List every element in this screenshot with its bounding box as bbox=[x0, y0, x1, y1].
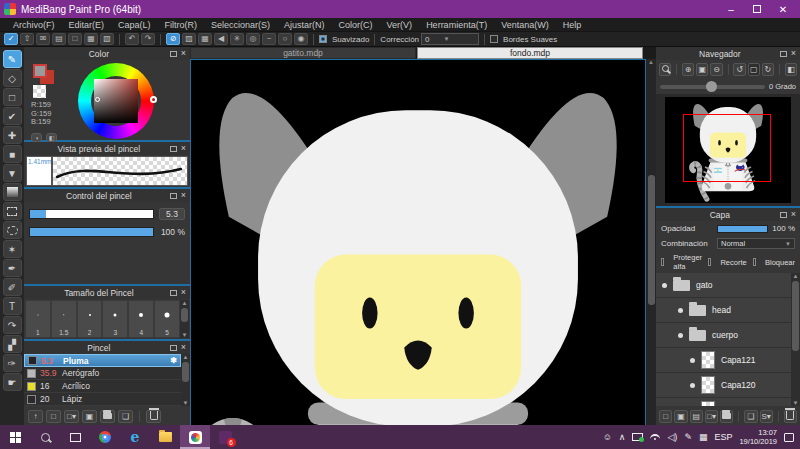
eyedropper-tool-icon[interactable]: ✑ bbox=[3, 354, 22, 372]
task-view-button[interactable] bbox=[60, 425, 90, 449]
snap-radial-icon[interactable]: ✳ bbox=[230, 33, 244, 45]
pen-settings-icon[interactable]: ✎ bbox=[684, 432, 692, 442]
layer-row-gato[interactable]: gato bbox=[656, 273, 791, 298]
zoom-actual-icon[interactable] bbox=[659, 63, 671, 76]
popout-icon[interactable] bbox=[170, 51, 177, 57]
popout-icon[interactable] bbox=[170, 193, 177, 199]
blend-mode-dropdown[interactable]: Normal▼ bbox=[717, 238, 795, 249]
operation-tool-icon[interactable]: ↷ bbox=[3, 316, 22, 334]
snap-parallel-icon[interactable]: ▨ bbox=[182, 33, 196, 45]
move-tool-icon[interactable]: ✚ bbox=[3, 126, 22, 144]
layer-row-cuerpo[interactable]: cuerpo bbox=[656, 323, 791, 348]
menu-color[interactable]: Color(C) bbox=[332, 20, 380, 30]
color-wheel[interactable] bbox=[78, 63, 156, 139]
snap-curve-icon[interactable]: ~ bbox=[262, 33, 276, 45]
close-panel-icon[interactable]: × bbox=[181, 343, 186, 352]
size-preset[interactable]: 5 bbox=[154, 300, 180, 338]
close-panel-icon[interactable]: × bbox=[181, 144, 186, 153]
rotation-slider-thumb[interactable] bbox=[706, 81, 717, 92]
layer-row-head[interactable]: head bbox=[656, 298, 791, 323]
brush-item-acrilico[interactable]: 16 Acrílico bbox=[24, 380, 181, 393]
frame-tool-icon[interactable]: □ bbox=[3, 88, 22, 106]
layer-list-scrollbar[interactable]: ▲▼ bbox=[791, 273, 800, 406]
menu-editar[interactable]: Editar(E) bbox=[62, 20, 112, 30]
popout-icon[interactable] bbox=[170, 345, 177, 351]
search-button[interactable] bbox=[30, 425, 60, 449]
brush-list-scrollbar[interactable]: ▲▼ bbox=[181, 354, 190, 406]
select-pen-tool-icon[interactable]: ✒ bbox=[3, 259, 22, 277]
menu-archivo[interactable]: Archivo(F) bbox=[6, 20, 62, 30]
new-folder-icon[interactable] bbox=[720, 410, 733, 423]
explorer-taskbar-icon[interactable] bbox=[150, 425, 180, 449]
navigator-thumbnail[interactable] bbox=[665, 97, 791, 203]
notification-app-icon[interactable]: 6 bbox=[210, 425, 240, 449]
canvas-vertical-scrollbar[interactable]: ▲▼ bbox=[646, 59, 656, 449]
menu-ver[interactable]: Ver(V) bbox=[380, 20, 420, 30]
suavizado-checkbox[interactable] bbox=[319, 35, 327, 43]
eraser-tool-icon[interactable]: ◇ bbox=[3, 69, 22, 87]
export-icon[interactable]: ⇧ bbox=[20, 33, 34, 45]
close-panel-icon[interactable]: × bbox=[791, 210, 796, 219]
brush-settings-icon[interactable]: ✱ bbox=[170, 356, 177, 365]
menu-help[interactable]: Help bbox=[556, 20, 589, 30]
grid-icon[interactable]: ▧ bbox=[100, 33, 114, 45]
delete-layer-icon[interactable] bbox=[784, 410, 797, 423]
popout-icon[interactable] bbox=[170, 146, 177, 152]
touch-keyboard-icon[interactable]: ▦ bbox=[699, 432, 708, 442]
saturation-square[interactable] bbox=[94, 79, 138, 123]
list-icon[interactable]: ▦ bbox=[84, 33, 98, 45]
add-1bit-layer-icon[interactable]: ▤ bbox=[690, 410, 703, 423]
save-icon[interactable]: ✓ bbox=[4, 33, 18, 45]
close-panel-icon[interactable]: × bbox=[181, 191, 186, 200]
canvas-viewport[interactable] bbox=[190, 59, 646, 449]
layer-visible-icon[interactable] bbox=[690, 383, 695, 388]
close-button[interactable]: ✕ bbox=[770, 0, 796, 18]
publish-icon[interactable]: ▤ bbox=[52, 33, 66, 45]
brush-folder-icon[interactable] bbox=[100, 410, 115, 423]
fit-window-icon[interactable]: ▣ bbox=[696, 63, 708, 76]
magic-wand-tool-icon[interactable]: ✶ bbox=[3, 240, 22, 258]
shape-tool-icon[interactable]: ■ bbox=[3, 145, 22, 163]
brush-item-aerografo[interactable]: 35.9 Aerógrafo bbox=[24, 367, 181, 380]
popout-icon[interactable] bbox=[780, 51, 787, 57]
add-layer-menu-icon[interactable]: □▾ bbox=[705, 410, 718, 423]
close-panel-icon[interactable]: × bbox=[791, 49, 796, 58]
size-panel-scrollbar[interactable]: ▲▼ bbox=[180, 300, 189, 338]
brush-size-slider[interactable] bbox=[29, 209, 154, 219]
brush-opacity-slider[interactable] bbox=[29, 227, 154, 237]
tab-fondo[interactable]: fondo.mdp bbox=[417, 47, 643, 59]
start-button[interactable] bbox=[0, 425, 30, 449]
document-icon[interactable]: □ bbox=[68, 33, 82, 45]
snap-tool-icon[interactable]: ✔ bbox=[3, 107, 22, 125]
lock-checkbox[interactable] bbox=[753, 258, 756, 266]
brush-item-pluma[interactable]: 5.3 Pluma ✱ bbox=[24, 354, 181, 367]
new-brush-menu-icon[interactable]: □▾ bbox=[64, 410, 79, 423]
minimize-button[interactable]: – bbox=[718, 0, 744, 18]
comment-icon[interactable]: ✉ bbox=[36, 33, 50, 45]
snap-vanish-icon[interactable]: ◀ bbox=[214, 33, 228, 45]
protect-alpha-checkbox[interactable] bbox=[661, 258, 664, 266]
snap-circle-icon[interactable]: ◎ bbox=[246, 33, 260, 45]
rotate-right-icon[interactable]: ↻ bbox=[762, 63, 774, 76]
foreground-color-swatch[interactable] bbox=[33, 64, 47, 78]
select-eraser-tool-icon[interactable]: ✐ bbox=[3, 278, 22, 296]
layer-row-capa121[interactable]: Capa121 bbox=[656, 348, 791, 373]
delete-brush-icon[interactable] bbox=[146, 410, 161, 423]
rotation-slider[interactable] bbox=[660, 85, 765, 89]
layer-visible-icon[interactable] bbox=[678, 333, 683, 338]
tab-gatito[interactable]: gatito.mdp bbox=[190, 47, 416, 59]
zoom-in-icon[interactable]: ⊕ bbox=[682, 63, 694, 76]
close-panel-icon[interactable]: × bbox=[181, 49, 186, 58]
security-status-icon[interactable] bbox=[632, 433, 643, 441]
brush-tool-icon[interactable]: ✎ bbox=[3, 50, 22, 68]
transparent-swatch[interactable] bbox=[33, 85, 46, 98]
layer-opacity-slider[interactable] bbox=[717, 225, 768, 233]
menu-seleccionar[interactable]: Seleccionar(S) bbox=[204, 20, 277, 30]
add-8bit-layer-icon[interactable]: ▣ bbox=[674, 410, 687, 423]
menu-filtro[interactable]: Filtro(R) bbox=[158, 20, 205, 30]
size-preset[interactable]: 4 bbox=[128, 300, 154, 338]
close-panel-icon[interactable]: × bbox=[181, 288, 186, 297]
medibang-taskbar-icon[interactable] bbox=[180, 425, 210, 449]
show-hidden-icons[interactable]: ∧ bbox=[619, 432, 626, 442]
flip-horizontal-icon[interactable]: ◧ bbox=[785, 63, 797, 76]
